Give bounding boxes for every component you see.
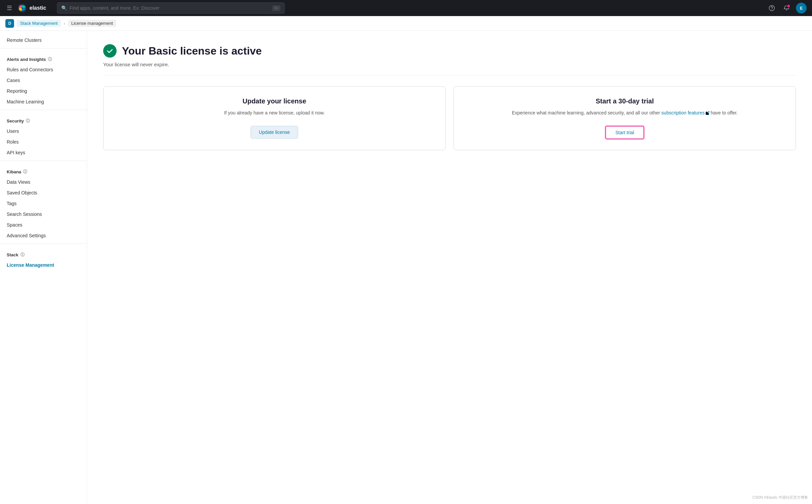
sidebar-divider-3 [0, 161, 87, 161]
breadcrumb-home-item: D [5, 19, 14, 28]
update-license-card: Update your license If you already have … [103, 86, 446, 150]
breadcrumb-stack-management[interactable]: Stack Management [17, 20, 61, 27]
alerts-info-icon: ⓘ [48, 57, 52, 62]
sidebar-section-alerts: Alerts and Insights ⓘ [0, 51, 87, 64]
trial-desc-after: have to offer. [709, 110, 738, 115]
sidebar-item-api-keys[interactable]: API keys [0, 147, 87, 158]
start-trial-button[interactable]: Start trial [605, 126, 644, 139]
section-divider [103, 75, 796, 76]
sidebar-item-search-sessions[interactable]: Search Sessions [0, 209, 87, 220]
license-active-icon [103, 44, 117, 58]
page-title: Your Basic license is active [122, 45, 262, 57]
elastic-logo: elastic [17, 3, 46, 13]
sidebar-section-security: Security ⓘ [0, 113, 87, 126]
sidebar: Remote Clusters Alerts and Insights ⓘ Ru… [0, 31, 87, 504]
external-link-icon [705, 111, 709, 115]
sidebar-item-remote-clusters[interactable]: Remote Clusters [0, 35, 87, 46]
search-shortcut: ⌘/ [272, 5, 280, 11]
search-icon: 🔍 [61, 5, 67, 11]
sidebar-item-tags[interactable]: Tags [0, 198, 87, 209]
sidebar-item-roles[interactable]: Roles [0, 137, 87, 147]
kibana-info-icon: ⓘ [23, 169, 27, 175]
sidebar-divider-1 [0, 48, 87, 49]
stack-info-icon: ⓘ [20, 252, 24, 258]
hamburger-icon: ☰ [7, 5, 12, 11]
sidebar-item-machine-learning[interactable]: Machine Learning [0, 96, 87, 107]
update-license-button[interactable]: Update license [251, 126, 298, 139]
sidebar-divider-4 [0, 244, 87, 244]
subscription-features-link[interactable]: subscription features [661, 110, 704, 115]
elastic-logo-text: elastic [29, 5, 46, 11]
check-svg [106, 47, 114, 55]
svg-point-0 [18, 4, 26, 12]
sidebar-item-license-management[interactable]: License Management [0, 260, 87, 270]
update-license-title: Update your license [243, 97, 306, 105]
svg-point-5 [769, 5, 774, 11]
start-trial-title: Start a 30-day trial [596, 97, 654, 105]
breadcrumb-bar: D Stack Management › License management [0, 16, 812, 31]
sidebar-item-data-views[interactable]: Data Views [0, 177, 87, 187]
notifications-button[interactable] [781, 3, 792, 13]
start-trial-desc: Experience what machine learning, advanc… [512, 109, 738, 116]
global-search-bar[interactable]: 🔍 ⌘/ [57, 2, 285, 14]
sidebar-item-cases[interactable]: Cases [0, 75, 87, 86]
sidebar-section-kibana-label: Kibana [7, 169, 21, 174]
main-content: Your Basic license is active Your licens… [87, 31, 812, 504]
update-license-desc: If you already have a new license, uploa… [224, 109, 325, 116]
help-button[interactable] [766, 3, 777, 13]
sidebar-divider-2 [0, 110, 87, 110]
sidebar-item-rules-connectors[interactable]: Rules and Connectors [0, 64, 87, 75]
breadcrumb-current-page: License management [68, 20, 116, 27]
sidebar-item-saved-objects[interactable]: Saved Objects [0, 187, 87, 198]
sidebar-section-alerts-label: Alerts and Insights [7, 57, 46, 62]
notification-icon [784, 5, 790, 11]
elastic-logo-icon [17, 3, 27, 13]
search-input[interactable] [70, 5, 270, 11]
trial-desc-before: Experience what machine learning, advanc… [512, 110, 661, 115]
nav-right-actions: E [766, 3, 807, 13]
user-avatar[interactable]: E [796, 3, 807, 13]
page-layout: Remote Clusters Alerts and Insights ⓘ Ru… [0, 31, 812, 504]
sidebar-item-reporting[interactable]: Reporting [0, 86, 87, 96]
top-navigation: ☰ elastic 🔍 ⌘/ E [0, 0, 812, 16]
hamburger-button[interactable]: ☰ [5, 3, 13, 13]
sidebar-section-stack: Stack ⓘ [0, 247, 87, 260]
sidebar-section-kibana: Kibana ⓘ [0, 164, 87, 177]
sidebar-item-users[interactable]: Users [0, 126, 87, 137]
breadcrumb-home-avatar[interactable]: D [5, 19, 14, 28]
sidebar-item-spaces[interactable]: Spaces [0, 220, 87, 230]
sidebar-item-advanced-settings[interactable]: Advanced Settings [0, 230, 87, 241]
page-subtitle: Your license will never expire. [103, 62, 796, 67]
security-info-icon: ⓘ [26, 118, 30, 124]
sidebar-section-security-label: Security [7, 118, 24, 123]
breadcrumb-separator: › [64, 21, 65, 26]
watermark: CSDN ©Elastic 中国社区官方博客 [752, 495, 808, 500]
license-cards: Update your license If you already have … [103, 86, 796, 150]
help-icon [769, 5, 775, 11]
sidebar-section-stack-label: Stack [7, 252, 18, 257]
start-trial-card: Start a 30-day trial Experience what mac… [454, 86, 796, 150]
svg-point-6 [771, 9, 772, 10]
page-header: Your Basic license is active [103, 44, 796, 58]
